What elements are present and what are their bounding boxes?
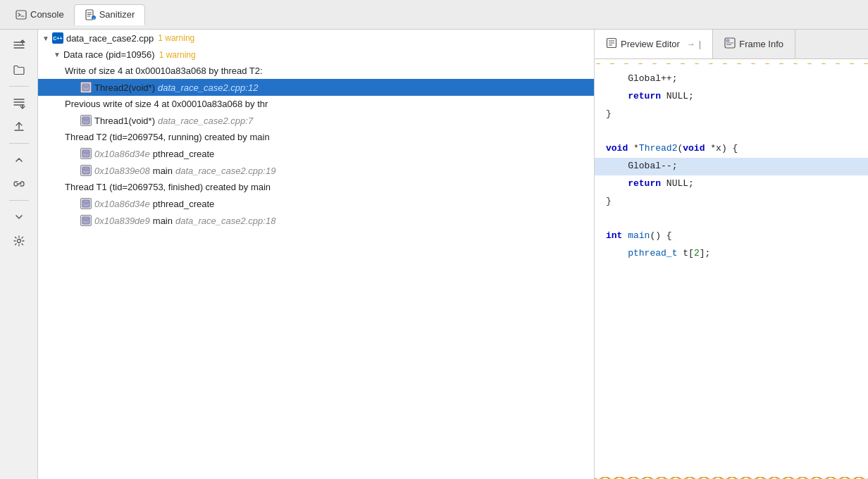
preview-editor-attach-icon: | [699, 39, 701, 49]
code-line-9 [595, 210, 868, 228]
next-button[interactable] [6, 206, 32, 228]
frame-info-icon [724, 37, 736, 51]
write-tree-item[interactable]: Write of size 4 at 0x00010a83a068 by thr… [38, 63, 594, 79]
race-triangle-icon [54, 51, 61, 58]
code-op-3: ; [688, 178, 694, 189]
race-warning-count: 1 warning [159, 50, 196, 60]
addr4-value: 0x10a839de9 [94, 216, 150, 226]
addr2-value: 0x10a839e08 [94, 166, 150, 176]
race-tree-item[interactable]: Data race (pid=10956) 1 warning [38, 46, 594, 63]
preview-editor-icon [606, 37, 617, 51]
main-layout: C++ data_race_case2.cpp 1 warning Data r… [0, 30, 868, 479]
addr4-tree-item[interactable]: 0x10a839de9 main data_race_case2.cpp:18 [38, 212, 594, 229]
addr2-fn-label: main [153, 166, 173, 176]
code-op-dec: --; [661, 161, 677, 171]
tab-preview-editor[interactable]: Preview Editor → | [595, 30, 713, 58]
previous-button[interactable] [6, 149, 32, 170]
right-panel: Preview Editor → | Frame Info [595, 30, 868, 479]
write-label: Write of size 4 at 0x00010a83a068 by thr… [65, 66, 263, 76]
thread2-tree-item[interactable]: Thread2(void*) data_race_case2.cpp:12 [38, 79, 594, 96]
code-line-3: } [595, 106, 868, 123]
tab-frame-info[interactable]: Frame Info [713, 30, 795, 58]
tab-sanitizer[interactable]: ! Sanitizer [74, 4, 146, 25]
addr3-value: 0x10a86d34e [94, 199, 150, 209]
code-num-2: 2 [694, 248, 700, 259]
thread2-filepath: data_race_case2.cpp:12 [158, 82, 258, 93]
toolbar-divider-3 [9, 200, 29, 201]
svg-rect-41 [726, 39, 729, 42]
addr3-fn-label: pthread_create [153, 199, 214, 209]
link-button[interactable] [6, 173, 32, 194]
code-line-4 [595, 123, 868, 140]
code-line-11: pthread_t t[2]; [595, 245, 868, 263]
expand-button[interactable] [6, 92, 32, 113]
file-label: data_race_case2.cpp [66, 33, 154, 44]
code-line-2: return NULL; [595, 88, 868, 106]
file-warning-count: 1 warning [158, 33, 194, 43]
code-var-t: t [683, 248, 688, 259]
code-null-1: NULL [666, 91, 688, 101]
code-line-6-highlighted: Global--; [595, 158, 868, 175]
addr1-frame-icon [80, 148, 92, 159]
thread1-frame-icon [80, 115, 92, 126]
collapse-all-button[interactable] [6, 35, 32, 56]
cpp-file-icon: C++ [52, 32, 63, 44]
addr2-filepath: data_race_case2.cpp:19 [175, 166, 275, 176]
code-area[interactable]: Global++; return NULL; } void *Thread2(v… [595, 59, 868, 479]
code-op-2: ; [688, 91, 694, 101]
tab-sanitizer-label: Sanitizer [99, 9, 135, 20]
toolbar-divider-1 [9, 86, 29, 87]
open-file-button[interactable] [6, 59, 32, 80]
thread2-frame-icon [80, 82, 92, 93]
settings-button[interactable] [6, 230, 32, 251]
preview-editor-pin-icon: → [686, 39, 695, 49]
svg-rect-0 [16, 11, 26, 19]
prev-write-tree-item[interactable]: Previous write of size 4 at 0x00010a83a0… [38, 96, 594, 112]
tab-console-label: Console [30, 9, 64, 20]
code-ret-1: return [628, 91, 661, 101]
race-label: Data race (pid=10956) [63, 49, 155, 60]
addr1-tree-item[interactable]: 0x10a86d34e pthread_create [38, 145, 594, 162]
preview-editor-label: Preview Editor [621, 39, 680, 49]
t2-created-tree-item[interactable]: Thread T2 (tid=2069754, running) created… [38, 129, 594, 145]
code-var-global2: Global [628, 161, 661, 171]
code-fn-main: main [628, 230, 650, 241]
thread1-tree-item[interactable]: Thread1(void*) data_race_case2.cpp:7 [38, 112, 594, 129]
svg-point-17 [17, 240, 20, 243]
code-line-8: } [595, 193, 868, 211]
thread2-label: Thread2(void*) [94, 82, 155, 93]
squiggly-top-decoration [595, 59, 868, 64]
code-kw-void: void [606, 143, 628, 154]
code-var-1: Global [628, 73, 661, 84]
thread1-label: Thread1(void*) [94, 116, 155, 126]
file-tree-item[interactable]: C++ data_race_case2.cpp 1 warning [38, 30, 594, 46]
addr4-filepath: data_race_case2.cpp:18 [175, 216, 275, 226]
export-button[interactable] [6, 116, 32, 137]
code-fn-thread2: Thread2 [639, 143, 678, 154]
t2-created-label: Thread T2 (tid=2069754, running) created… [65, 132, 270, 142]
squiggly-bottom-decoration [595, 474, 868, 479]
code-op-1: ++; [661, 73, 677, 84]
code-line-1: Global++; [595, 70, 868, 88]
right-header: Preview Editor → | Frame Info [595, 30, 868, 59]
addr3-tree-item[interactable]: 0x10a86d34e pthread_create [38, 195, 594, 212]
addr1-value: 0x10a86d34e [94, 149, 150, 159]
code-bracket-1: } [606, 108, 612, 119]
left-toolbar [0, 30, 38, 479]
toolbar-divider-2 [9, 143, 29, 144]
code-lines-container: Global++; return NULL; } void *Thread2(v… [595, 65, 868, 263]
code-line-5: void *Thread2(void *x) { [595, 140, 868, 158]
code-ret-2: return [628, 178, 661, 189]
console-tab-icon [16, 9, 27, 20]
frame-info-label: Frame Info [739, 39, 783, 49]
prev-write-label: Previous write of size 4 at 0x00010a83a0… [65, 99, 268, 109]
addr2-tree-item[interactable]: 0x10a839e08 main data_race_case2.cpp:19 [38, 162, 594, 179]
tab-bar: Console ! Sanitizer [0, 0, 868, 30]
sanitizer-tab-icon: ! [85, 9, 96, 20]
code-line-10: int main() { [595, 228, 868, 245]
t1-created-tree-item[interactable]: Thread T1 (tid=2069753, finished) create… [38, 179, 594, 195]
code-null-2: NULL [666, 178, 688, 189]
file-triangle-icon [42, 35, 49, 42]
tab-console[interactable]: Console [6, 5, 74, 25]
addr2-frame-icon [80, 165, 92, 176]
